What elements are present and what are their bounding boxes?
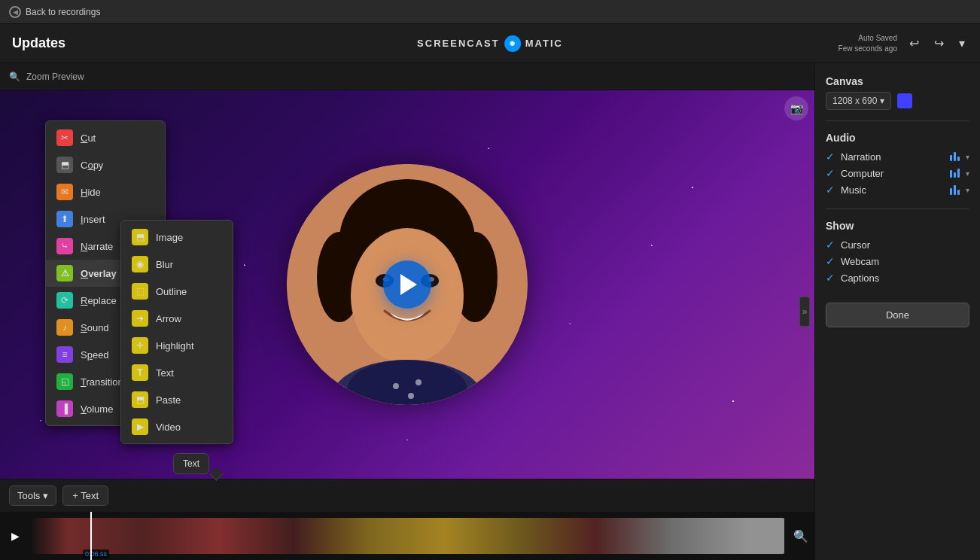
captions-label: Captions xyxy=(841,272,969,284)
screenshot-button[interactable]: 📷 xyxy=(784,96,808,120)
submenu-item-outline[interactable]: ⬚ Outline xyxy=(121,278,233,305)
menu-item-narrate-label: Narrate xyxy=(81,241,113,252)
timeline-play-button[interactable]: ▶ xyxy=(6,527,24,545)
brand-left: SCREENCAST xyxy=(417,38,500,49)
volume-icon: ▐ xyxy=(56,400,73,417)
bar-2 xyxy=(954,152,956,161)
canvas-size-dropdown-icon: ▾ xyxy=(880,96,884,106)
menu-item-speed-label: Speed xyxy=(81,349,109,361)
narrate-icon: ⤷ xyxy=(56,238,73,254)
webcam-check-icon: ✓ xyxy=(826,255,835,267)
overlay-submenu: ⬒ Image ◉ Blur ⬚ Outline ➜ Arrow ✛ Hig xyxy=(120,220,233,444)
tooltip-text: Text xyxy=(174,454,208,473)
submenu-item-paste[interactable]: ⬒ Paste xyxy=(121,386,233,413)
submenu-item-arrow-label: Arrow xyxy=(156,313,181,324)
add-text-label: + Text xyxy=(72,490,99,501)
text-overlay-icon: T xyxy=(132,364,148,381)
back-label: Back to recordings xyxy=(26,7,100,17)
computer-dropdown-icon[interactable]: ▾ xyxy=(966,169,969,178)
add-text-button[interactable]: + Text xyxy=(62,485,108,506)
narration-dropdown-icon[interactable]: ▾ xyxy=(966,153,969,161)
page-title: Updates xyxy=(12,35,65,51)
submenu-item-paste-label: Paste xyxy=(156,394,181,406)
submenu-item-image-label: Image xyxy=(156,232,183,243)
music-label: Music xyxy=(841,184,944,196)
canvas-title: Canvas xyxy=(826,75,969,87)
header-actions: Auto Saved Few seconds ago ↩ ↪ ▾ xyxy=(838,33,968,54)
cursor-label: Cursor xyxy=(841,239,969,251)
show-title: Show xyxy=(826,220,969,232)
menu-item-transition-label: Transition xyxy=(81,376,123,388)
panel-expand-button[interactable]: » xyxy=(799,297,810,327)
submenu-item-highlight[interactable]: ✛ Highlight xyxy=(121,332,233,359)
submenu-item-text-label: Text xyxy=(156,367,174,379)
menu-item-overlay-label: Overlay xyxy=(81,268,117,279)
canvas-size-selector[interactable]: 1208 x 690 ▾ xyxy=(826,92,891,110)
menu-item-hide[interactable]: ✉ Hide xyxy=(46,178,165,205)
canvas-section: Canvas 1208 x 690 ▾ xyxy=(826,75,969,110)
brand-logo-icon: ◉ xyxy=(504,35,521,52)
divider-1 xyxy=(826,120,969,121)
waveform-display xyxy=(30,518,784,554)
main-content: 🔍 Zoom Preview xyxy=(0,63,980,560)
computer-check-icon: ✓ xyxy=(826,167,835,179)
tools-button[interactable]: Tools ▾ xyxy=(9,485,56,506)
paste-icon: ⬒ xyxy=(132,391,148,408)
cut-icon: ✂ xyxy=(56,129,73,146)
menu-item-sound-label: Sound xyxy=(81,322,109,333)
music-dropdown-icon[interactable]: ▾ xyxy=(966,186,969,194)
transition-icon: ◱ xyxy=(56,373,73,390)
menu-item-copy-label: Copy xyxy=(81,160,103,171)
menu-item-cut[interactable]: ✂ Cut xyxy=(46,124,165,151)
submenu-item-video[interactable]: ▶ Video xyxy=(121,413,233,440)
header-dropdown-button[interactable]: ▾ xyxy=(956,33,968,53)
video-toolbar: 🔍 Zoom Preview xyxy=(0,63,814,90)
show-item-captions: ✓ Captions xyxy=(826,269,969,286)
redo-button[interactable]: ↪ xyxy=(931,33,947,53)
overlay-icon: ⚠ xyxy=(56,265,73,282)
audio-item-computer: ✓ Computer ▾ xyxy=(826,165,969,181)
brand: SCREENCAST ◉ MATIC xyxy=(417,35,563,52)
submenu-item-arrow[interactable]: ➜ Arrow xyxy=(121,305,233,332)
autosave-status: Auto Saved Few seconds ago xyxy=(838,33,897,54)
video-container: 📷 ✂ Cut ⬒ Copy ✉ Hide ⬆ Insert xyxy=(0,90,814,479)
highlight-icon: ✛ xyxy=(132,337,148,354)
brand-right: MATIC xyxy=(525,38,563,49)
bar-3 xyxy=(957,190,960,195)
tools-bar: Text Tools ▾ + Text xyxy=(0,479,814,512)
music-check-icon: ✓ xyxy=(826,184,835,196)
submenu-item-blur[interactable]: ◉ Blur xyxy=(121,251,233,278)
show-item-cursor: ✓ Cursor xyxy=(826,236,969,253)
video-icon: ▶ xyxy=(132,418,148,435)
canvas-size-value: 1208 x 690 xyxy=(832,96,877,106)
narration-check-icon: ✓ xyxy=(826,151,835,163)
done-button[interactable]: Done xyxy=(826,303,969,327)
image-icon: ⬒ xyxy=(132,229,148,245)
menu-item-replace-label: Replace xyxy=(81,295,117,306)
canvas-color-swatch[interactable] xyxy=(897,93,912,108)
playhead-time: 0:06.ss xyxy=(83,549,109,558)
bar-2 xyxy=(954,185,956,195)
svg-point-13 xyxy=(415,379,422,385)
canvas-row: 1208 x 690 ▾ xyxy=(826,92,969,110)
submenu-item-image[interactable]: ⬒ Image xyxy=(121,224,233,251)
timeline: ▶ 0:06.ss 🔍 xyxy=(0,512,814,560)
replace-icon: ⟳ xyxy=(56,292,73,309)
search-icon: 🔍 xyxy=(9,72,20,82)
outline-icon: ⬚ xyxy=(132,283,148,300)
timeline-search-button[interactable]: 🔍 xyxy=(793,529,808,543)
menu-item-copy[interactable]: ⬒ Copy xyxy=(46,151,165,178)
autosave-line2: Few seconds ago xyxy=(838,44,897,54)
submenu-item-text[interactable]: T Text xyxy=(121,359,233,386)
hide-icon: ✉ xyxy=(56,184,73,200)
back-to-recordings[interactable]: ◀ Back to recordings xyxy=(9,6,100,18)
zoom-preview-label: Zoom Preview xyxy=(26,72,84,82)
play-button[interactable] xyxy=(383,260,431,309)
autosave-line1: Auto Saved xyxy=(838,33,897,44)
submenu-item-outline-label: Outline xyxy=(156,286,187,297)
waveform[interactable] xyxy=(30,518,784,554)
undo-button[interactable]: ↩ xyxy=(906,33,922,53)
audio-title: Audio xyxy=(826,132,969,144)
svg-point-12 xyxy=(408,393,414,399)
divider-2 xyxy=(826,208,969,209)
